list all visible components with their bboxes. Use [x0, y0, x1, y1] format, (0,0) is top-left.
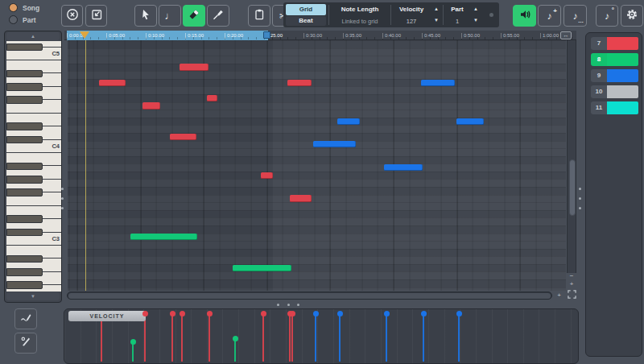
midi-note-C3[interactable]	[130, 234, 197, 240]
velocity-stem[interactable]	[291, 313, 293, 362]
black-key-G#3[interactable]	[6, 176, 43, 184]
midi-note-F3[interactable]	[290, 195, 312, 201]
midi-note-G#3[interactable]	[261, 172, 273, 179]
velocity-stem[interactable]	[171, 313, 173, 362]
velocity-stem[interactable]	[423, 313, 424, 362]
midi-note-C#4[interactable]	[170, 134, 196, 140]
black-key-A#2[interactable]	[6, 255, 43, 263]
channel-row-8[interactable]: 8	[586, 53, 643, 66]
velocity-stem[interactable]	[181, 313, 183, 362]
audition-button[interactable]	[513, 5, 536, 27]
black-key-C#5[interactable]	[6, 43, 43, 52]
black-key-F#4[interactable]	[6, 96, 43, 104]
zoom-fit-button[interactable]: ↔	[560, 31, 572, 39]
channel-row-11[interactable]: 11	[586, 101, 643, 114]
zoom-in-v-button[interactable]: +	[568, 280, 576, 287]
piano-roll-grid[interactable]	[68, 40, 566, 291]
velocity-lane[interactable]: VELOCITY	[64, 308, 579, 364]
draw-velocity-curve-button[interactable]	[14, 308, 37, 329]
keyboard-scroll-up-button[interactable]: ▲	[6, 32, 60, 40]
horizontal-scrollbar[interactable]	[67, 292, 552, 300]
import-part-button[interactable]	[85, 5, 107, 27]
velocity-stem[interactable]	[339, 313, 341, 362]
black-key-G#4[interactable]	[6, 83, 43, 91]
velocity-dot[interactable]	[421, 311, 427, 316]
velocity-stem[interactable]	[208, 313, 210, 362]
channel-color-swatch[interactable]	[607, 101, 638, 114]
midi-note-G#4[interactable]	[421, 80, 455, 86]
vertical-scrollbar-thumb[interactable]	[569, 159, 576, 216]
channel-color-swatch[interactable]	[607, 69, 638, 82]
part-up-button[interactable]: ▲	[471, 6, 481, 12]
channel-row-9[interactable]: 9	[586, 69, 643, 82]
velocity-stem[interactable]	[289, 313, 291, 362]
timeline-ruler[interactable]: 0:00.000:05.000:10.000:15.000:20.000:25.…	[64, 31, 576, 40]
paste-button[interactable]	[248, 5, 270, 27]
velocity-dot[interactable]	[384, 311, 390, 316]
song-radio-row[interactable]: Song	[9, 3, 39, 12]
select-tool-button[interactable]	[134, 5, 157, 27]
horizontal-scrollbar-thumb[interactable]	[68, 293, 551, 299]
brush-tool-button[interactable]	[207, 5, 229, 27]
channel-color-swatch[interactable]	[607, 85, 638, 98]
midi-note-G#4[interactable]	[99, 80, 126, 86]
black-key-C#4[interactable]	[6, 136, 43, 144]
zoom-in-h-button[interactable]: +	[555, 292, 564, 299]
black-key-F#2[interactable]	[6, 281, 43, 289]
black-key-A#4[interactable]	[6, 70, 43, 78]
black-key-G#2[interactable]	[6, 268, 43, 276]
black-key-C#3[interactable]	[6, 229, 43, 237]
velocity-dot[interactable]	[313, 311, 319, 316]
add-note-button[interactable]: ♪ +	[538, 5, 561, 27]
velocity-down-button[interactable]: ▼	[431, 17, 441, 23]
midi-note-F4[interactable]	[142, 102, 160, 109]
eraser-tool-button[interactable]	[183, 5, 205, 27]
velocity-stem[interactable]	[458, 313, 460, 362]
scale-velocity-button[interactable]	[14, 333, 37, 354]
velocity-stem[interactable]	[386, 313, 387, 362]
tab-beat[interactable]: Beat	[286, 16, 326, 26]
black-key-D#3[interactable]	[6, 215, 43, 223]
dotted-note-button[interactable]: ♪ …	[564, 5, 587, 27]
velocity-stem[interactable]	[234, 338, 236, 362]
velocity-dot[interactable]	[290, 311, 295, 316]
velocity-dot[interactable]	[207, 311, 213, 316]
midi-note-C4[interactable]	[313, 141, 356, 147]
velocity-dot[interactable]	[170, 311, 175, 316]
part-radio-row[interactable]: Part	[9, 15, 36, 24]
black-key-F#3[interactable]	[6, 188, 43, 196]
note-length-value[interactable]: Linked to grid	[329, 18, 390, 25]
channel-row-10[interactable]: 10	[586, 85, 643, 98]
fit-view-button[interactable]	[566, 290, 577, 300]
channel-color-swatch[interactable]	[607, 37, 638, 50]
midi-note-D#4[interactable]	[456, 118, 484, 125]
black-key-D#4[interactable]	[6, 122, 43, 130]
velocity-dot[interactable]	[142, 311, 148, 316]
velocity-dot[interactable]	[456, 311, 462, 316]
black-key-A#3[interactable]	[6, 163, 43, 171]
velocity-dot[interactable]	[180, 311, 185, 316]
keyboard-scroll-down-button[interactable]: ▼	[6, 292, 60, 300]
song-radio[interactable]	[9, 3, 18, 12]
midi-note-A#4[interactable]	[180, 64, 208, 70]
midi-note-F#4[interactable]	[207, 95, 217, 101]
vertical-scrollbar[interactable]	[567, 40, 576, 273]
midi-note-G#4[interactable]	[287, 80, 312, 86]
velocity-dot[interactable]	[337, 311, 343, 316]
note-properties-button[interactable]: ♪ °	[596, 5, 618, 27]
velocity-lane-label[interactable]: VELOCITY	[68, 311, 146, 321]
midi-note-A3[interactable]	[384, 164, 423, 171]
channel-color-swatch[interactable]	[607, 53, 638, 66]
channel-row-7[interactable]: 7	[586, 37, 643, 50]
velocity-stem[interactable]	[262, 313, 264, 362]
part-down-button[interactable]: ▼	[471, 17, 481, 23]
midi-note-G#2[interactable]	[233, 265, 291, 271]
midi-note-D#4[interactable]	[337, 118, 360, 125]
close-button[interactable]	[61, 5, 83, 27]
velocity-dot[interactable]	[233, 336, 238, 341]
tab-grid[interactable]: Grid	[286, 4, 326, 15]
playhead-marker[interactable]	[80, 31, 89, 39]
zoom-out-v-button[interactable]: −	[568, 272, 576, 279]
velocity-stem[interactable]	[315, 313, 316, 362]
settings-button[interactable]	[621, 5, 643, 27]
